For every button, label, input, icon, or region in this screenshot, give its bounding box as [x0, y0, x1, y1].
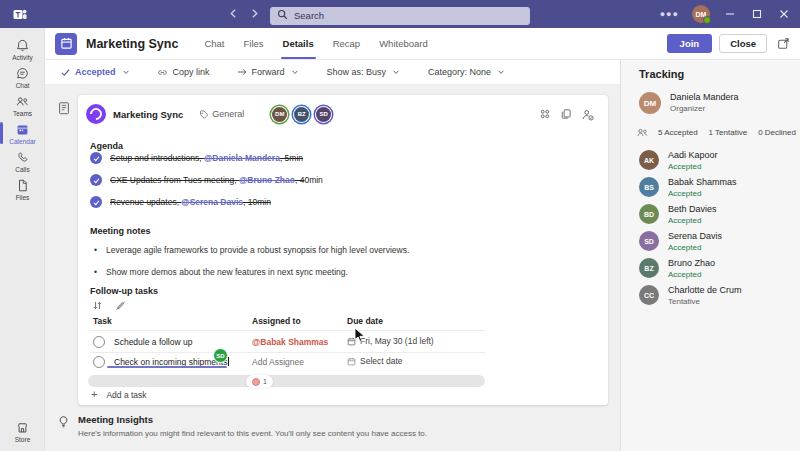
attendee-row[interactable]: BZ Bruno Zhao Accepted: [639, 258, 790, 285]
event-calendar-icon: [55, 33, 77, 55]
add-task-button[interactable]: + Add a task: [91, 389, 147, 400]
sort-icon[interactable]: [92, 300, 103, 311]
attendee-name: Babak Shammas: [668, 177, 737, 187]
table-divider: [90, 330, 485, 331]
task-checkbox[interactable]: [93, 356, 105, 368]
link-icon: [156, 66, 169, 79]
tracking-panel: Tracking DM Daniela Mandera Organizer 5 …: [620, 60, 800, 451]
attendee-status: Accepted: [668, 243, 722, 252]
event-toolbar: Accepted Copy link Forward Show as: Busy…: [45, 60, 620, 85]
sidebar-item-files[interactable]: Files: [0, 175, 45, 203]
person-check-icon[interactable]: [581, 108, 594, 121]
user-avatar[interactable]: DM: [692, 5, 710, 23]
column-header-due[interactable]: Due date: [347, 316, 383, 326]
close-button[interactable]: Close: [719, 34, 767, 53]
completed-check-icon[interactable]: [90, 152, 102, 164]
tab-recap[interactable]: Recap: [333, 38, 360, 49]
apps-grid-icon[interactable]: [539, 108, 551, 121]
channel-link[interactable]: General: [198, 109, 244, 120]
horizontal-scrollbar[interactable]: [88, 375, 485, 387]
popout-icon[interactable]: [777, 37, 790, 50]
search-icon: [277, 9, 288, 20]
select-date-button[interactable]: Select date: [347, 356, 403, 366]
organizer-row[interactable]: DM Daniela Mandera Organizer: [639, 92, 739, 114]
strikethrough-slash-icon[interactable]: [115, 300, 126, 311]
avatar: SD: [639, 231, 659, 251]
teams-logo-icon: [12, 6, 28, 22]
sidebar-item-calls[interactable]: Calls: [0, 147, 45, 175]
collaborator-avatar[interactable]: DM: [272, 107, 287, 122]
agenda-mention[interactable]: @Serena Davis: [181, 197, 243, 207]
titlebar: ●●● DM: [0, 0, 800, 28]
tab-whiteboard[interactable]: Whiteboard: [379, 38, 428, 49]
search-input[interactable]: [270, 7, 530, 25]
attendee-row[interactable]: BS Babak Shammas Accepted: [639, 177, 790, 204]
task-assignee[interactable]: @Babak Shammas: [252, 337, 328, 347]
rsvp-accepted-button[interactable]: Accepted: [60, 67, 130, 78]
calendar-icon: [15, 122, 30, 137]
people-icon: [15, 94, 30, 109]
bullet-dot: •: [94, 267, 97, 277]
task-title[interactable]: Schedule a follow up: [114, 337, 192, 347]
agenda-mention[interactable]: @Bruno Zhao: [239, 175, 295, 185]
reaction-badge[interactable]: 1: [246, 375, 273, 388]
sidebar-item-store[interactable]: Store: [0, 417, 45, 445]
attendee-row[interactable]: SD Serena Davis Accepted: [639, 231, 790, 258]
mouse-cursor: [354, 327, 366, 344]
page-title: Marketing Sync: [86, 37, 178, 51]
note-text: Show more demos about the new features i…: [106, 267, 348, 277]
forward-button[interactable]: Forward: [236, 66, 299, 78]
nav-forward-icon[interactable]: [249, 8, 260, 19]
completed-check-icon[interactable]: [90, 196, 102, 208]
tab-chat[interactable]: Chat: [204, 38, 224, 49]
collaborator-avatar[interactable]: SD: [316, 107, 331, 122]
agenda-text: , 10min: [243, 197, 271, 207]
app-sidebar: Activity Chat Teams Calendar Calls Files…: [0, 28, 45, 451]
more-options-icon[interactable]: ●●●: [660, 10, 679, 19]
join-button[interactable]: Join: [667, 34, 713, 53]
add-assignee-button[interactable]: Add Assignee: [252, 357, 304, 367]
chevron-down-icon: [392, 68, 400, 76]
column-header-task[interactable]: Task: [93, 316, 112, 326]
agenda-item: Setup and introductions, @Daniela Mander…: [90, 152, 303, 164]
avatar: BZ: [639, 258, 659, 278]
maximize-button[interactable]: [750, 7, 764, 21]
tag-icon: [198, 109, 209, 120]
tab-details[interactable]: Details: [283, 38, 314, 49]
agenda-mention[interactable]: @Daniela Mandera: [204, 153, 280, 163]
people-icon: [636, 126, 649, 139]
attendee-row[interactable]: AK Aadi Kapoor Accepted: [639, 150, 790, 177]
attendee-status: Accepted: [668, 270, 715, 279]
task-checkbox[interactable]: [93, 336, 105, 348]
card-title: Marketing Sync: [113, 109, 183, 120]
agenda-item: CXE Updates from Tues meeting, @Bruno Zh…: [90, 174, 323, 186]
note-bullet: • Leverage agile frameworks to provide a…: [94, 245, 409, 255]
attendee-row[interactable]: CC Charlotte de Crum Tentative: [639, 285, 790, 312]
avatar: BS: [639, 177, 659, 197]
completed-check-icon[interactable]: [90, 174, 102, 186]
attendee-row[interactable]: BD Beth Davies Accepted: [639, 204, 790, 231]
tab-files[interactable]: Files: [243, 38, 263, 49]
minimize-button[interactable]: [723, 7, 737, 21]
nav-back-icon[interactable]: [228, 8, 239, 19]
sidebar-item-activity[interactable]: Activity: [0, 35, 45, 63]
close-window-button[interactable]: [777, 7, 791, 21]
sidebar-item-calendar[interactable]: Calendar: [0, 119, 45, 147]
copy-component-icon[interactable]: [560, 108, 572, 121]
category-selector[interactable]: Category: None: [428, 67, 505, 77]
collaborator-avatar[interactable]: BZ: [294, 107, 309, 122]
plus-icon: +: [91, 389, 97, 400]
sidebar-item-teams[interactable]: Teams: [0, 91, 45, 119]
chevron-down-icon: [497, 68, 505, 76]
column-header-assigned[interactable]: Assigned to: [252, 316, 301, 326]
sidebar-label: Files: [16, 194, 30, 201]
sidebar-item-chat[interactable]: Chat: [0, 63, 45, 91]
agenda-text: Revenue updates,: [110, 197, 181, 207]
copy-link-button[interactable]: Copy link: [156, 66, 210, 79]
notes-margin-icon[interactable]: [57, 101, 71, 115]
meeting-details-body: Marketing Sync General DM BZ SD Agenda: [45, 85, 620, 451]
phone-icon: [15, 150, 30, 165]
show-as-selector[interactable]: Show as: Busy: [327, 67, 401, 77]
loop-component-card: Marketing Sync General DM BZ SD Agenda: [78, 95, 608, 405]
agenda-text: Setup and introductions,: [110, 153, 204, 163]
